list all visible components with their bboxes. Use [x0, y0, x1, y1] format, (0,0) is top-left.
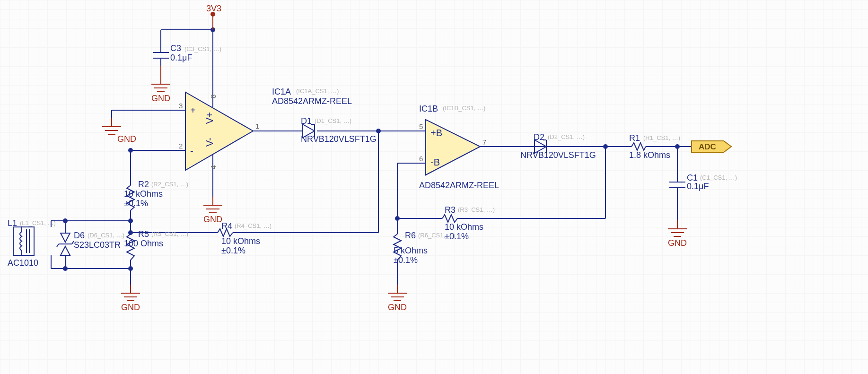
svg-text:(D1_CS1, …): (D1_CS1, …): [315, 117, 351, 124]
gnd-pin4: GND: [203, 197, 222, 224]
svg-text:±0.1%: ±0.1%: [221, 246, 245, 255]
gnd-pin3: GND: [102, 118, 136, 144]
svg-text:(R1_CS1, …): (R1_CS1, …): [643, 134, 680, 141]
cap-c3: C3 (C3_CS1, …) 0.1μF: [153, 43, 221, 66]
resistor-r6: R6 (R6_CS1, …) 5 kOhms ±0.1%: [394, 231, 455, 265]
tvs-d6: D6 (D6_CS1, …) S23LC03TR: [57, 231, 124, 255]
svg-text:C3: C3: [170, 43, 181, 53]
svg-text:ADC: ADC: [699, 142, 716, 151]
svg-text:NRVB120VLSFT1G: NRVB120VLSFT1G: [520, 150, 596, 160]
svg-text:C1: C1: [687, 173, 698, 183]
svg-text:0.1μF: 0.1μF: [170, 53, 192, 62]
svg-text:NRVB120VLSFT1G: NRVB120VLSFT1G: [301, 134, 377, 144]
svg-text:±0.1%: ±0.1%: [394, 255, 418, 265]
svg-text:7: 7: [482, 138, 486, 146]
inductor-l1: L1 (L1_CS1, …) AC1010: [8, 218, 56, 268]
svg-text:R4: R4: [221, 221, 232, 231]
svg-text:S23LC03TR: S23LC03TR: [74, 240, 121, 250]
svg-text:10 kOhms: 10 kOhms: [221, 236, 260, 246]
svg-text:GND: GND: [117, 134, 136, 144]
cap-c1: C1 (C1_CS1, …) 0.1μF: [669, 173, 737, 191]
diode-d2: D2 (D2_CS1, …) NRVB120VLSFT1G: [504, 132, 605, 160]
svg-text:4: 4: [209, 165, 217, 169]
svg-text:6: 6: [419, 155, 423, 163]
svg-text:GND: GND: [203, 215, 222, 224]
svg-text:GND: GND: [151, 94, 170, 103]
gnd-left: GND: [121, 285, 140, 312]
svg-text:AC1010: AC1010: [8, 258, 38, 268]
svg-text:3V3: 3V3: [206, 4, 221, 13]
svg-text:5: 5: [419, 122, 423, 130]
svg-text:+B: +B: [430, 128, 442, 138]
svg-text:GND: GND: [668, 238, 687, 248]
svg-text:AD8542ARMZ-REEL: AD8542ARMZ-REEL: [272, 96, 352, 106]
svg-text:(D2_CS1, …): (D2_CS1, …): [548, 133, 585, 140]
opamp-ic1a: + - V+ V- 3 2 1 8 4 IC1A (IC1A_CS1, …) A…: [179, 87, 352, 170]
svg-text:(R5_CS1, …): (R5_CS1, …): [151, 230, 188, 237]
resistor-r4: R4 (R4_CS1, …) 10 kOhms ±0.1%: [218, 221, 272, 255]
svg-text:(IC1A_CS1, …): (IC1A_CS1, …): [296, 87, 339, 95]
svg-text:GND: GND: [388, 303, 407, 312]
svg-text:R5: R5: [138, 229, 149, 239]
svg-text:IC1A: IC1A: [272, 87, 291, 96]
svg-text:GND: GND: [121, 303, 140, 312]
svg-point-27: [128, 266, 133, 271]
svg-text:10 kOhms: 10 kOhms: [445, 222, 483, 232]
svg-text:(L1_CS1, …): (L1_CS1, …): [20, 219, 56, 226]
svg-text:-: -: [190, 146, 193, 156]
svg-text:1: 1: [255, 122, 259, 130]
svg-text:(R6_CS1, …): (R6_CS1, …): [418, 232, 455, 239]
svg-text:L1: L1: [8, 218, 17, 228]
gnd-r6: GND: [388, 285, 407, 312]
svg-text:5 kOhms: 5 kOhms: [394, 246, 428, 255]
svg-marker-159: [61, 246, 70, 255]
svg-text:(R3_CS1, …): (R3_CS1, …): [458, 206, 495, 213]
svg-text:±0.1%: ±0.1%: [124, 199, 148, 208]
schematic-svg: 3V3 GND GND GND GND GND GND C3 (C3_CS1, …: [0, 0, 868, 374]
svg-point-47: [675, 144, 680, 149]
svg-text:+: +: [190, 105, 196, 115]
power-3v3: 3V3: [206, 4, 221, 30]
svg-text:(D6_CS1, …): (D6_CS1, …): [88, 232, 124, 239]
svg-text:R6: R6: [405, 231, 416, 240]
svg-text:2: 2: [179, 142, 183, 150]
svg-text:(R4_CS1, …): (R4_CS1, …): [235, 222, 272, 229]
gnd-c3: GND: [151, 66, 170, 103]
port-adc: ADC: [692, 141, 731, 152]
resistor-r2: R2 (R2_CS1, …) 10 kOhms ±0.1%: [124, 180, 188, 210]
svg-point-8: [128, 148, 133, 153]
svg-text:(C3_CS1, …): (C3_CS1, …): [184, 45, 221, 52]
svg-rect-166: [13, 227, 34, 255]
schematic-sheet: 3V3 GND GND GND GND GND GND C3 (C3_CS1, …: [0, 0, 868, 374]
resistor-r5: R5 (R5_CS1, …) 100 Ohms: [124, 229, 188, 260]
diode-d1: D1 (D1_CS1, …) NRVB120VLSFT1G: [301, 116, 377, 144]
svg-text:0.1μF: 0.1μF: [687, 182, 709, 191]
svg-text:R3: R3: [445, 205, 456, 215]
svg-text:100 Ohms: 100 Ohms: [124, 239, 163, 248]
svg-text:3: 3: [179, 102, 183, 110]
svg-text:D1: D1: [301, 116, 312, 126]
svg-text:10 kOhms: 10 kOhms: [124, 189, 163, 199]
svg-text:IC1B: IC1B: [419, 104, 438, 113]
svg-text:8: 8: [209, 95, 217, 98]
svg-text:1.8 kOhms: 1.8 kOhms: [629, 150, 670, 160]
gnd-c1: GND: [668, 220, 687, 248]
svg-marker-158: [61, 233, 70, 242]
svg-text:R2: R2: [138, 180, 149, 189]
svg-text:D2: D2: [534, 132, 544, 142]
svg-line-162: [57, 244, 59, 247]
svg-text:V-: V-: [204, 138, 215, 147]
svg-text:-B: -B: [430, 157, 440, 167]
svg-text:V+: V+: [204, 112, 215, 124]
svg-text:(C1_CS1, …): (C1_CS1, …): [700, 174, 737, 181]
svg-text:AD8542ARMZ-REEL: AD8542ARMZ-REEL: [419, 181, 499, 190]
svg-text:(IC1B_CS1, …): (IC1B_CS1, …): [443, 104, 485, 112]
svg-marker-89: [185, 92, 253, 170]
svg-text:R1: R1: [629, 133, 640, 143]
svg-text:(R2_CS1, …): (R2_CS1, …): [151, 181, 188, 188]
svg-text:D6: D6: [74, 231, 85, 240]
